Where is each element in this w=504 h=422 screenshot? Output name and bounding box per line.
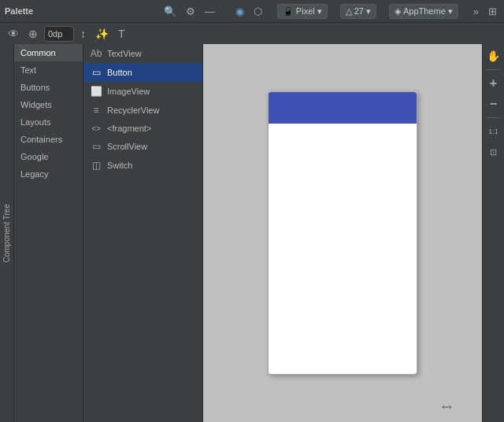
- transform-tool-icon[interactable]: ↕: [77, 26, 89, 42]
- zoom-out-button[interactable]: −: [485, 95, 502, 113]
- switch-label: Switch: [107, 161, 132, 170]
- theme-label: AppTheme: [403, 6, 446, 16]
- widget-recyclerview[interactable]: ≡ RecyclerView: [83, 101, 202, 120]
- fragment-label: <fragment>: [107, 124, 151, 133]
- widget-imageview[interactable]: ⬜ ImageView: [83, 82, 202, 101]
- api-level-label: 27: [354, 6, 364, 16]
- textview-icon: Ab: [90, 48, 102, 59]
- device-name-label: Pixel: [296, 6, 315, 16]
- containers-label: Containers: [20, 135, 62, 144]
- device-icon: 📱: [283, 6, 294, 17]
- widget-fragment[interactable]: <> <fragment>: [83, 120, 202, 137]
- api-icon: △: [346, 6, 352, 17]
- palette-panel: Common Text Buttons Widgets Layouts: [14, 44, 203, 422]
- toolbar-separator-2: [487, 117, 501, 118]
- zoom-reset-label: 1:1: [488, 128, 498, 135]
- zoom-reset-button[interactable]: 1:1: [485, 123, 502, 140]
- theme-button[interactable]: ◈ AppTheme ▾: [389, 4, 458, 19]
- phone-header-bar: [269, 92, 417, 124]
- text-tool-icon[interactable]: T: [115, 26, 128, 42]
- blueprint-mode-icon[interactable]: ⬡: [251, 4, 265, 19]
- sidebar-item-legacy[interactable]: Legacy: [14, 165, 83, 183]
- layouts-label: Layouts: [20, 117, 51, 127]
- magnet-tool-icon[interactable]: ⊕: [25, 26, 41, 42]
- widget-list: Ab TextView ▭ Button ⬜ ImageView ≡ Recyc…: [83, 44, 202, 422]
- scrollview-label: ScrollView: [107, 142, 147, 151]
- palette-body: Common Text Buttons Widgets Layouts: [14, 44, 202, 422]
- chevron-down-icon-theme: ▾: [448, 6, 453, 17]
- phone-frame: [268, 91, 417, 375]
- pixel-device-button[interactable]: 📱 Pixel ▾: [277, 4, 328, 19]
- resize-handle-icon[interactable]: ⤢: [438, 398, 456, 416]
- button-label: Button: [107, 68, 132, 77]
- api-level-button[interactable]: △ 27 ▾: [340, 4, 376, 19]
- imageview-icon: ⬜: [90, 86, 102, 97]
- component-tree-side-label: Component Tree: [0, 44, 14, 422]
- overflow-icon[interactable]: »: [471, 4, 481, 19]
- right-toolbar: ✋ + − 1:1 ⊡: [482, 44, 504, 422]
- zoom-in-button[interactable]: +: [485, 75, 502, 92]
- design-mode-icon[interactable]: ◉: [233, 4, 246, 19]
- chevron-down-icon: ▾: [317, 6, 322, 17]
- recyclerview-icon: ≡: [90, 105, 102, 116]
- sidebar-item-widgets[interactable]: Widgets: [14, 96, 83, 113]
- category-list: Common Text Buttons Widgets Layouts: [14, 44, 83, 422]
- chevron-down-icon-api: ▾: [366, 6, 371, 17]
- top-toolbar: Palette 🔍 ⚙ — ◉ ⬡ 📱 Pixel ▾ △ 27 ▾ ◈ App…: [0, 0, 504, 22]
- fragment-icon: <>: [90, 124, 102, 133]
- widgets-label: Widgets: [20, 100, 52, 109]
- main-content: Component Tree Common Text Buttons: [0, 44, 504, 422]
- hand-tool-button[interactable]: ✋: [485, 47, 502, 65]
- sidebar-item-containers[interactable]: Containers: [14, 131, 83, 148]
- widget-switch[interactable]: ◫ Switch: [83, 156, 202, 175]
- imageview-label: ImageView: [107, 87, 150, 96]
- settings-icon[interactable]: ⚙: [183, 4, 198, 19]
- common-label: Common: [20, 48, 56, 57]
- component-tree-label: Component Tree: [2, 204, 11, 263]
- design-tools-toolbar: 👁 ⊕ ↕ ✨ T: [0, 22, 504, 44]
- sidebar-item-common[interactable]: Common: [14, 44, 83, 61]
- widget-button[interactable]: ▭ Button: [83, 63, 202, 82]
- widget-textview[interactable]: Ab TextView: [83, 44, 202, 63]
- left-panel: Component Tree Common Text Buttons: [0, 44, 203, 422]
- minimize-icon[interactable]: —: [202, 4, 217, 19]
- extras-icon[interactable]: ⊞: [486, 4, 499, 19]
- buttons-label: Buttons: [20, 83, 50, 92]
- scrollview-icon: ▭: [90, 141, 102, 152]
- sidebar-item-layouts[interactable]: Layouts: [14, 113, 83, 131]
- view-tool-icon[interactable]: 👁: [5, 26, 22, 42]
- text-label: Text: [20, 65, 36, 75]
- google-label: Google: [20, 152, 48, 161]
- sidebar-item-buttons[interactable]: Buttons: [14, 79, 83, 96]
- toolbar-separator-1: [487, 69, 501, 70]
- theme-icon: ◈: [395, 6, 401, 17]
- switch-icon: ◫: [90, 160, 102, 171]
- recyclerview-label: RecyclerView: [107, 106, 159, 115]
- sidebar-item-text[interactable]: Text: [14, 61, 83, 79]
- textview-label: TextView: [107, 49, 142, 58]
- widget-scrollview[interactable]: ▭ ScrollView: [83, 137, 202, 156]
- magic-tool-icon[interactable]: ✨: [92, 26, 112, 42]
- sidebar-item-google[interactable]: Google: [14, 148, 83, 165]
- button-icon: ▭: [90, 67, 102, 78]
- legacy-label: Legacy: [20, 169, 48, 179]
- margin-input[interactable]: [44, 26, 74, 42]
- palette-title-label: Palette: [5, 6, 33, 16]
- canvas-area[interactable]: ⤢: [203, 44, 482, 422]
- search-icon[interactable]: 🔍: [161, 4, 179, 19]
- fit-to-screen-button[interactable]: ⊡: [485, 143, 502, 161]
